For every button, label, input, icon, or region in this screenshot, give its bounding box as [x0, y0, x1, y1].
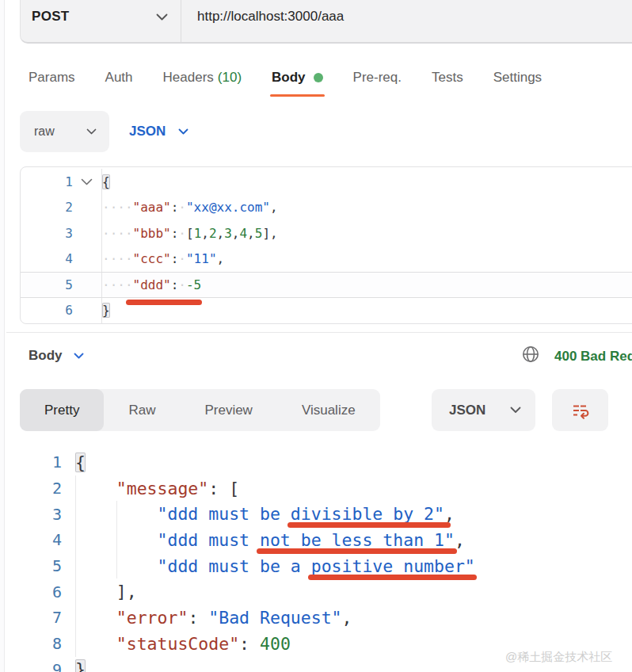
token: [: [219, 479, 239, 498]
request-tabs: ParamsAuthHeaders(10)BodyPre-req.TestsSe…: [29, 70, 542, 86]
code-text: {: [102, 169, 110, 195]
body-language-select[interactable]: JSON: [129, 111, 188, 152]
gutter: 3: [0, 501, 73, 527]
gutter: 4: [0, 527, 73, 553]
gutter: 7: [0, 605, 73, 631]
response-section-select[interactable]: Body: [29, 345, 84, 367]
gutter: 1: [21, 169, 102, 195]
body-language-label: JSON: [129, 124, 166, 139]
token: {: [75, 452, 86, 472]
line-number: 2: [0, 479, 62, 498]
red-underline-annotation: [287, 522, 451, 528]
line-number: 5: [21, 277, 73, 292]
view-tab-raw[interactable]: Raw: [104, 389, 180, 431]
chevron-down-icon: [74, 353, 84, 359]
token: :: [239, 634, 249, 654]
response-language-select[interactable]: JSON: [432, 389, 535, 431]
token: :: [171, 277, 179, 292]
token: ·: [178, 226, 186, 241]
tab-label: Auth: [105, 70, 133, 86]
tab-headers-count: (10): [218, 70, 242, 86]
token: ,: [270, 200, 278, 215]
tab-auth[interactable]: Auth: [105, 70, 133, 86]
token: ,: [217, 251, 225, 266]
token: "Bad Request": [208, 608, 341, 628]
tab-prereq[interactable]: Pre-req.: [353, 70, 402, 86]
gutter: 6: [0, 578, 73, 605]
red-underline-annotation: [257, 548, 456, 554]
indent-guide: [75, 578, 116, 605]
tab-params[interactable]: Params: [29, 70, 75, 86]
token: 1: [194, 226, 202, 241]
request-body-editor[interactable]: 1{2····"aaa":·"xx@xx.com",3····"bbb":·[1…: [20, 166, 632, 324]
code-line: 3····"bbb":·[1,2,3,4,5],: [21, 220, 632, 246]
watermark: @稀土掘金技术社区: [505, 650, 612, 665]
gutter: 6: [21, 298, 102, 324]
view-tab-visualize[interactable]: Visualize: [277, 389, 380, 431]
url-input[interactable]: http://localhost:3000/aaa: [181, 9, 632, 25]
token: ····: [102, 251, 133, 266]
gutter: 8: [0, 631, 73, 657]
tab-label: Headers: [163, 70, 214, 86]
gutter: 5: [21, 273, 102, 297]
token: "ddd must be divisible by 2": [158, 504, 444, 524]
line-number: 5: [0, 556, 62, 575]
fold-icon[interactable]: [73, 178, 100, 185]
token: ,: [444, 504, 455, 524]
response-body-viewer[interactable]: 1{2"message": [3"ddd must be divisible b…: [0, 448, 632, 672]
tab-headers[interactable]: Headers(10): [163, 70, 242, 86]
code-text: {: [73, 449, 86, 475]
line-number: 3: [0, 505, 62, 524]
line-number: 1: [21, 174, 73, 189]
tab-label: Pre-req.: [353, 70, 402, 86]
code-line: 1{: [0, 449, 632, 475]
globe-icon: [521, 345, 540, 367]
token: "ccc": [133, 251, 171, 266]
request-url-bar: POST http://localhost:3000/aaa: [20, 0, 632, 44]
token: -5: [186, 277, 201, 292]
method-label: POST: [32, 9, 70, 25]
method-select[interactable]: POST: [21, 0, 181, 42]
indent-guide: [116, 527, 158, 553]
gutter: 2: [21, 195, 102, 221]
response-view-tabs: PrettyRawPreviewVisualize: [20, 389, 380, 431]
view-tab-preview[interactable]: Preview: [180, 389, 276, 431]
token: "ddd must not be less than 1": [158, 530, 455, 550]
gutter: 3: [21, 220, 102, 246]
token: 400: [260, 634, 291, 654]
line-number: 6: [0, 582, 62, 601]
line-number: 6: [21, 303, 73, 318]
line-number: 4: [0, 530, 62, 549]
token: ,: [342, 608, 352, 628]
token: {: [102, 174, 110, 189]
tab-label: Tests: [432, 70, 463, 86]
token: ,: [217, 226, 225, 241]
token: ····: [102, 277, 133, 292]
indent-guide: [75, 553, 116, 579]
tab-body[interactable]: Body: [272, 70, 323, 86]
token: 2: [209, 226, 217, 241]
response-status-badge: 400 Bad Request: [554, 349, 632, 365]
tab-tests[interactable]: Tests: [432, 70, 463, 86]
code-text: "error": "Bad Request",: [73, 605, 352, 631]
wrap-text-button[interactable]: [552, 389, 608, 431]
view-tab-pretty[interactable]: Pretty: [20, 389, 104, 431]
response-section-label: Body: [29, 348, 63, 364]
indent-guide: [75, 631, 116, 657]
indent-guide: [75, 501, 116, 527]
chevron-down-icon: [510, 407, 521, 414]
token: ·: [178, 251, 186, 266]
gutter: 1: [0, 449, 73, 475]
indent-guide: [75, 527, 116, 553]
token: ·: [178, 277, 186, 292]
code-text: ],: [73, 578, 137, 605]
token: 4: [239, 226, 247, 241]
tab-settings[interactable]: Settings: [493, 70, 542, 86]
red-underline-annotation: [308, 575, 478, 580]
token: ],: [262, 226, 277, 241]
code-line: 2"message": [: [0, 475, 632, 502]
code-line: 6],: [0, 578, 632, 605]
body-mode-select[interactable]: raw: [20, 111, 109, 152]
response-language-label: JSON: [449, 403, 485, 418]
token: "ddd must be a positive number": [158, 556, 475, 576]
